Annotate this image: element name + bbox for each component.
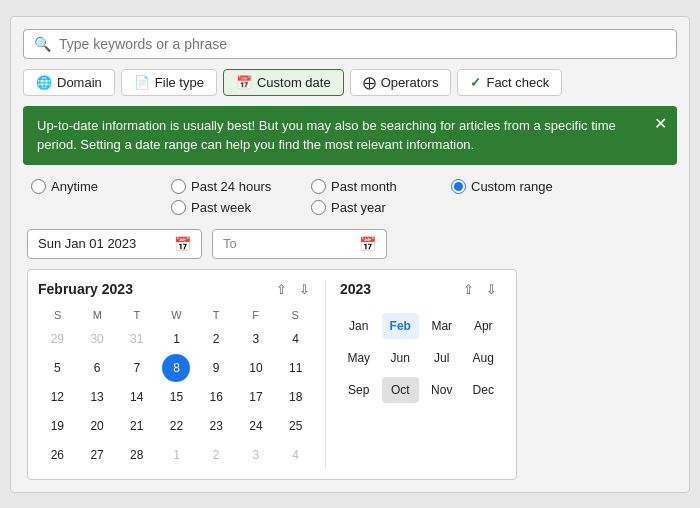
day-cell[interactable]: 2 bbox=[202, 441, 230, 469]
day-cell[interactable]: 20 bbox=[83, 412, 111, 440]
month-cell[interactable]: Nov bbox=[423, 377, 461, 403]
month-cell[interactable]: Jan bbox=[340, 313, 378, 339]
day-cell[interactable]: 12 bbox=[43, 383, 71, 411]
from-date-field[interactable]: Sun Jan 01 2023 📅 bbox=[27, 229, 202, 259]
day-headers: S M T W T F S bbox=[38, 307, 315, 323]
radio-anytime[interactable]: Anytime bbox=[31, 179, 171, 194]
month-cell[interactable]: Oct bbox=[382, 377, 420, 403]
month-cell[interactable]: Sep bbox=[340, 377, 378, 403]
month-cell[interactable]: Jun bbox=[382, 345, 420, 371]
day-cell[interactable]: 2 bbox=[202, 325, 230, 353]
day-cell[interactable]: 22 bbox=[162, 412, 190, 440]
day-cell[interactable]: 1 bbox=[162, 441, 190, 469]
day-cell[interactable]: 5 bbox=[43, 354, 71, 382]
customdate-button[interactable]: 📅 Custom date bbox=[223, 69, 344, 96]
radio-pastweek[interactable]: Past week bbox=[171, 200, 311, 215]
month-cell[interactable]: Jul bbox=[423, 345, 461, 371]
day-cell[interactable]: 15 bbox=[162, 383, 190, 411]
month-cell[interactable]: Dec bbox=[465, 377, 503, 403]
from-calendar-icon: 📅 bbox=[174, 236, 191, 252]
radio-pastmonth[interactable]: Past month bbox=[311, 179, 451, 194]
day-cell[interactable]: 16 bbox=[202, 383, 230, 411]
day-header-f: F bbox=[236, 307, 276, 323]
day-cell[interactable]: 18 bbox=[282, 383, 310, 411]
day-header-s2: S bbox=[275, 307, 315, 323]
day-cell[interactable]: 4 bbox=[282, 441, 310, 469]
year-calendar: 2023 ⇧ ⇩ JanFebMarAprMayJunJulAugSepOctN… bbox=[326, 270, 516, 479]
day-cell[interactable]: 27 bbox=[83, 441, 111, 469]
filetype-button[interactable]: 📄 File type bbox=[121, 69, 217, 96]
day-cell[interactable]: 6 bbox=[83, 354, 111, 382]
domain-label: Domain bbox=[57, 75, 102, 90]
day-cell[interactable]: 3 bbox=[242, 441, 270, 469]
day-cell[interactable]: 24 bbox=[242, 412, 270, 440]
month-cell[interactable]: May bbox=[340, 345, 378, 371]
factcheck-button[interactable]: ✓ Fact check bbox=[457, 69, 562, 96]
toolbar: 🌐 Domain 📄 File type 📅 Custom date ⨁ Ope… bbox=[23, 69, 677, 96]
calendars-container: February 2023 ⇧ ⇩ S M T W T F S 29303112… bbox=[27, 269, 517, 480]
day-cell[interactable]: 14 bbox=[123, 383, 151, 411]
day-cell[interactable]: 17 bbox=[242, 383, 270, 411]
calendar-header: February 2023 ⇧ ⇩ bbox=[38, 280, 315, 299]
month-label: February 2023 bbox=[38, 281, 133, 297]
day-cell[interactable]: 1 bbox=[162, 325, 190, 353]
day-cell[interactable]: 26 bbox=[43, 441, 71, 469]
day-cell[interactable]: 23 bbox=[202, 412, 230, 440]
day-cell[interactable]: 4 bbox=[282, 325, 310, 353]
month-calendar: February 2023 ⇧ ⇩ S M T W T F S 29303112… bbox=[28, 270, 325, 479]
day-cell[interactable]: 9 bbox=[202, 354, 230, 382]
day-cell[interactable]: 8 bbox=[162, 354, 190, 382]
year-label: 2023 bbox=[340, 281, 371, 297]
radio-pastyear-input[interactable] bbox=[311, 200, 326, 215]
calendar-up-btn[interactable]: ⇧ bbox=[271, 280, 292, 299]
banner-text: Up-to-date information is usually best! … bbox=[37, 118, 616, 153]
day-cell[interactable]: 29 bbox=[43, 325, 71, 353]
radio-customrange-label: Custom range bbox=[471, 179, 553, 194]
day-header-s1: S bbox=[38, 307, 78, 323]
day-cell[interactable]: 11 bbox=[282, 354, 310, 382]
day-cell[interactable]: 28 bbox=[123, 441, 151, 469]
to-date-field[interactable]: To 📅 bbox=[212, 229, 387, 259]
calendar-down-btn[interactable]: ⇩ bbox=[294, 280, 315, 299]
radio-pastweek-input[interactable] bbox=[171, 200, 186, 215]
day-cell[interactable]: 25 bbox=[282, 412, 310, 440]
radio-customrange[interactable]: Custom range bbox=[451, 179, 591, 194]
day-cell[interactable]: 10 bbox=[242, 354, 270, 382]
day-cell[interactable]: 13 bbox=[83, 383, 111, 411]
month-cell[interactable]: Mar bbox=[423, 313, 461, 339]
banner-close-button[interactable]: ✕ bbox=[654, 114, 667, 133]
operators-button[interactable]: ⨁ Operators bbox=[350, 69, 452, 96]
radio-anytime-label: Anytime bbox=[51, 179, 98, 194]
day-cell[interactable]: 21 bbox=[123, 412, 151, 440]
radio-anytime-input[interactable] bbox=[31, 179, 46, 194]
year-down-btn[interactable]: ⇩ bbox=[481, 280, 502, 299]
customdate-label: Custom date bbox=[257, 75, 331, 90]
day-cell[interactable]: 31 bbox=[123, 325, 151, 353]
search-bar: 🔍 bbox=[23, 29, 677, 59]
year-up-btn[interactable]: ⇧ bbox=[458, 280, 479, 299]
day-cell[interactable]: 3 bbox=[242, 325, 270, 353]
radio-past24h-input[interactable] bbox=[171, 179, 186, 194]
month-cell[interactable]: Apr bbox=[465, 313, 503, 339]
operators-icon: ⨁ bbox=[363, 75, 376, 90]
month-cell[interactable]: Aug bbox=[465, 345, 503, 371]
radio-pastmonth-input[interactable] bbox=[311, 179, 326, 194]
radio-pastyear[interactable]: Past year bbox=[311, 200, 451, 215]
radio-row-1: Anytime Past 24 hours Past month Custom … bbox=[31, 179, 677, 194]
radio-past24h-label: Past 24 hours bbox=[191, 179, 271, 194]
to-date-placeholder: To bbox=[223, 236, 237, 251]
radio-customrange-input[interactable] bbox=[451, 179, 466, 194]
year-nav: ⇧ ⇩ bbox=[458, 280, 502, 299]
radio-past24h[interactable]: Past 24 hours bbox=[171, 179, 311, 194]
filetype-icon: 📄 bbox=[134, 75, 150, 90]
day-header-w: W bbox=[157, 307, 197, 323]
radio-pastmonth-label: Past month bbox=[331, 179, 397, 194]
day-cell[interactable]: 19 bbox=[43, 412, 71, 440]
day-cell[interactable]: 7 bbox=[123, 354, 151, 382]
month-cell[interactable]: Feb bbox=[382, 313, 420, 339]
customdate-icon: 📅 bbox=[236, 75, 252, 90]
domain-button[interactable]: 🌐 Domain bbox=[23, 69, 115, 96]
day-cell[interactable]: 30 bbox=[83, 325, 111, 353]
search-input[interactable] bbox=[59, 36, 666, 52]
year-header: 2023 ⇧ ⇩ bbox=[340, 280, 502, 299]
